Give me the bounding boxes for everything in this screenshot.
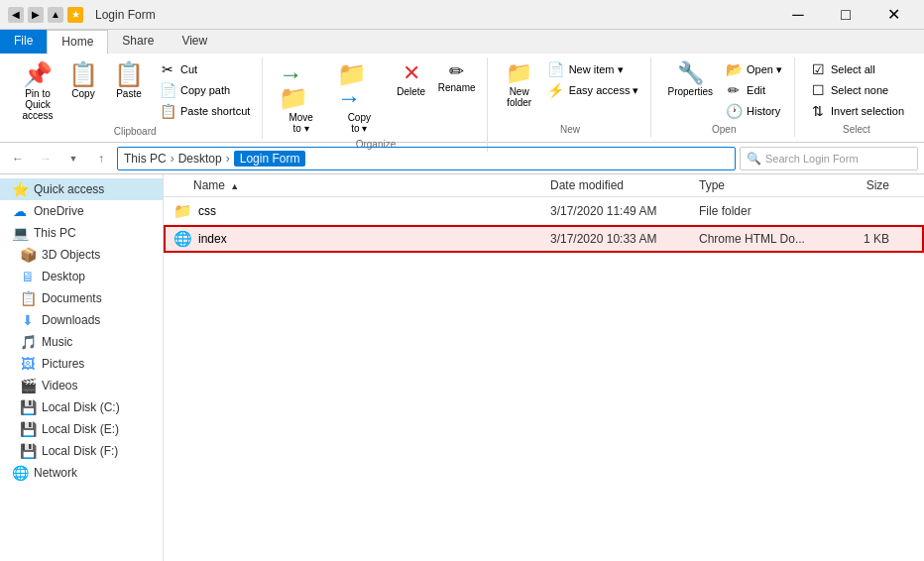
paste-shortcut-button[interactable]: 📋 Paste shortcut xyxy=(155,101,254,121)
move-to-button[interactable]: →📁 Moveto ▾ xyxy=(273,59,329,137)
select-all-button[interactable]: ☑ Select all xyxy=(805,59,908,79)
tab-view[interactable]: View xyxy=(168,30,221,54)
open-label: Open xyxy=(712,122,736,135)
documents-icon: 📋 xyxy=(20,290,36,306)
sidebar-label-local-disk-f: Local Disk (F:) xyxy=(42,444,118,458)
desktop-icon: 🖥 xyxy=(20,269,36,284)
sidebar-label-documents: Documents xyxy=(42,291,102,305)
history-icon: 🕐 xyxy=(725,103,743,119)
tab-home[interactable]: Home xyxy=(47,30,108,55)
sidebar-label-quick-access: Quick access xyxy=(34,182,104,196)
address-sep-1: › xyxy=(171,152,174,166)
sidebar-item-quick-access[interactable]: ⭐ Quick access xyxy=(0,178,163,200)
history-button[interactable]: 🕐 History xyxy=(721,101,786,121)
sidebar-item-pictures[interactable]: 🖼 Pictures xyxy=(0,353,163,375)
new-item-label: New item ▾ xyxy=(569,63,624,76)
easy-access-button[interactable]: ⚡ Easy access ▾ xyxy=(543,80,643,100)
copy-path-icon: 📄 xyxy=(159,82,176,98)
quick-access-icon: ⭐ xyxy=(12,181,28,197)
rename-button[interactable]: ✏ Rename xyxy=(435,59,479,96)
sidebar-label-desktop: Desktop xyxy=(42,270,85,283)
copy-to-icon: 📁→ xyxy=(337,62,382,110)
tab-file[interactable]: File xyxy=(0,30,47,54)
open-button[interactable]: 📂 Open ▾ xyxy=(721,59,786,79)
new-item-icon: 📄 xyxy=(547,61,565,77)
paste-icon: 📋 xyxy=(114,62,144,86)
table-row[interactable]: 🌐 index 3/17/2020 10:33 AM Chrome HTML D… xyxy=(164,225,924,253)
clipboard-label: Clipboard xyxy=(114,124,157,137)
select-none-button[interactable]: ☐ Select none xyxy=(805,80,908,100)
cut-label: Cut xyxy=(180,63,197,75)
sidebar-item-music[interactable]: 🎵 Music xyxy=(0,331,163,353)
disk-e-icon: 💾 xyxy=(20,421,36,437)
copy-to-button[interactable]: 📁→ Copyto ▾ xyxy=(331,59,388,137)
move-to-icon: →📁 xyxy=(279,62,323,110)
sidebar-item-desktop[interactable]: 🖥 Desktop xyxy=(0,266,163,287)
maximize-button[interactable]: □ xyxy=(823,0,868,30)
new-folder-label: Newfolder xyxy=(507,86,531,108)
paste-button[interactable]: 📋 Paste xyxy=(107,59,151,102)
ribbon-group-new: 📁 Newfolder 📄 New item ▾ ⚡ Easy access ▾… xyxy=(490,57,652,137)
close-button[interactable]: ✕ xyxy=(870,0,916,30)
sidebar-label-videos: Videos xyxy=(42,379,77,393)
address-desktop: Desktop xyxy=(178,152,222,166)
invert-selection-button[interactable]: ⇅ Invert selection xyxy=(805,101,908,121)
select-all-label: Select all xyxy=(831,63,875,75)
copy-to-label: Copyto ▾ xyxy=(348,112,371,134)
delete-label: Delete xyxy=(397,86,425,97)
file-cell-name: 🌐 index xyxy=(164,230,550,248)
forward-button[interactable]: → xyxy=(34,147,58,170)
back-button[interactable]: ← xyxy=(6,147,30,170)
pin-label: Pin to Quick access xyxy=(22,88,54,121)
col-name-header[interactable]: Name ▲ xyxy=(164,178,550,192)
nav-bar: ← → ▼ ↑ This PC › Desktop › Login Form 🔍… xyxy=(0,143,924,174)
folder-icon: 📁 xyxy=(173,202,192,220)
sidebar: ⭐ Quick access ☁ OneDrive 💻 This PC 📦 3D… xyxy=(0,174,164,561)
sidebar-label-this-pc: This PC xyxy=(34,226,76,240)
file-cell-type: File folder xyxy=(699,204,828,218)
sidebar-item-local-disk-e[interactable]: 💾 Local Disk (E:) xyxy=(0,418,163,440)
sidebar-item-downloads[interactable]: ⬇ Downloads xyxy=(0,309,163,331)
new-item-button[interactable]: 📄 New item ▾ xyxy=(543,59,643,79)
properties-button[interactable]: 🔧 Properties xyxy=(661,59,719,100)
copy-path-button[interactable]: 📄 Copy path xyxy=(155,80,254,100)
onedrive-icon: ☁ xyxy=(12,203,28,219)
clipboard-small-buttons: ✂ Cut 📄 Copy path 📋 Paste shortcut xyxy=(155,59,254,121)
rename-icon: ✏ xyxy=(449,62,464,80)
sidebar-item-local-disk-c[interactable]: 💾 Local Disk (C:) xyxy=(0,396,163,418)
pin-quickaccess-button[interactable]: 📌 Pin to Quick access xyxy=(16,59,59,124)
disk-c-icon: 💾 xyxy=(20,399,36,415)
organize-buttons: →📁 Moveto ▾ 📁→ Copyto ▾ ✕ Delete ✏ Renam… xyxy=(273,59,478,137)
tab-share[interactable]: Share xyxy=(108,30,168,54)
col-type-header[interactable]: Type xyxy=(699,178,828,192)
minimize-button[interactable]: ─ xyxy=(775,0,821,30)
sidebar-item-network[interactable]: 🌐 Network xyxy=(0,462,163,484)
sidebar-item-documents[interactable]: 📋 Documents xyxy=(0,287,163,309)
paste-shortcut-icon: 📋 xyxy=(159,103,176,119)
sidebar-item-videos[interactable]: 🎬 Videos xyxy=(0,375,163,396)
address-bar[interactable]: This PC › Desktop › Login Form xyxy=(117,147,736,170)
up-directory-button[interactable]: ↑ xyxy=(89,147,113,170)
select-all-icon: ☑ xyxy=(809,61,827,77)
new-folder-button[interactable]: 📁 Newfolder xyxy=(498,59,541,111)
sidebar-label-downloads: Downloads xyxy=(42,313,100,327)
sidebar-label-local-disk-c: Local Disk (C:) xyxy=(42,400,120,414)
col-date-header[interactable]: Date modified xyxy=(550,178,699,192)
edit-button[interactable]: ✏ Edit xyxy=(721,80,786,100)
cut-button[interactable]: ✂ Cut xyxy=(155,59,254,79)
delete-button[interactable]: ✕ Delete xyxy=(390,59,433,100)
table-row[interactable]: 📁 css 3/17/2020 11:49 AM File folder xyxy=(164,197,924,225)
search-box[interactable]: 🔍 Search Login Form xyxy=(740,147,918,170)
sidebar-item-onedrive[interactable]: ☁ OneDrive xyxy=(0,200,163,222)
recent-button[interactable]: ▼ xyxy=(61,147,85,170)
col-size-header[interactable]: Size xyxy=(828,178,897,192)
up-icon: ▲ xyxy=(48,7,63,23)
col-date-label: Date modified xyxy=(550,178,624,192)
sidebar-item-this-pc[interactable]: 💻 This PC xyxy=(0,222,163,244)
select-none-icon: ☐ xyxy=(809,82,827,98)
invert-label: Invert selection xyxy=(831,105,904,117)
edit-label: Edit xyxy=(747,84,765,96)
sidebar-item-3d-objects[interactable]: 📦 3D Objects xyxy=(0,244,163,266)
sidebar-item-local-disk-f[interactable]: 💾 Local Disk (F:) xyxy=(0,440,163,462)
copy-button[interactable]: 📋 Copy xyxy=(61,59,105,102)
